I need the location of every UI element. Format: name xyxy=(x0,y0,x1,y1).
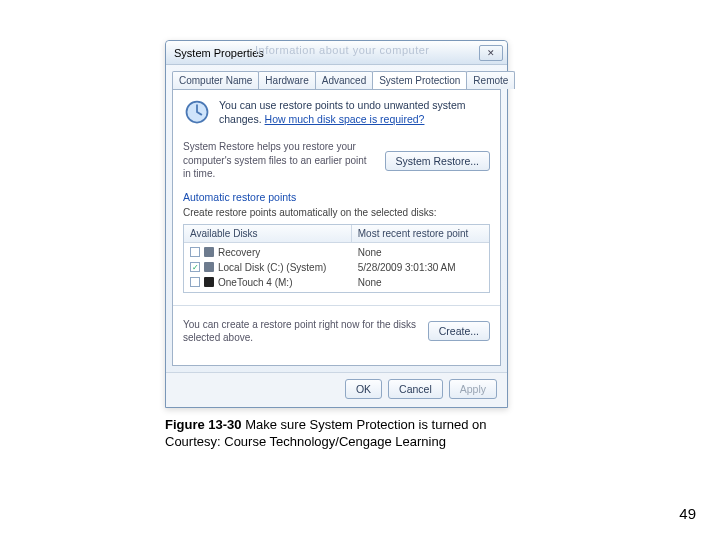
system-restore-button[interactable]: System Restore... xyxy=(385,151,490,171)
table-row[interactable]: OneTouch 4 (M:)None xyxy=(184,275,489,290)
create-restore-description: You can create a restore point right now… xyxy=(183,318,420,345)
drive-icon xyxy=(204,247,214,257)
apply-button[interactable]: Apply xyxy=(449,379,497,399)
titlebar-ghost-text: Information about your computer xyxy=(255,44,429,56)
tab-system-protection[interactable]: System Protection xyxy=(372,71,467,89)
col-available-disks: Available Disks xyxy=(184,225,352,242)
window-title: System Properties xyxy=(174,47,264,59)
info-text: You can use restore points to undo unwan… xyxy=(219,98,490,126)
tab-panel-system-protection: You can use restore points to undo unwan… xyxy=(172,89,501,366)
tab-strip: Computer Name Hardware Advanced System P… xyxy=(172,71,501,89)
titlebar[interactable]: System Properties Information about your… xyxy=(166,41,507,65)
disk-name: Local Disk (C:) (System) xyxy=(218,262,326,273)
disks-table: Available Disks Most recent restore poin… xyxy=(183,224,490,293)
page-number: 49 xyxy=(679,505,696,522)
drive-icon xyxy=(204,262,214,272)
disk-name: OneTouch 4 (M:) xyxy=(218,277,292,288)
drive-icon xyxy=(204,277,214,287)
close-icon: ✕ xyxy=(487,48,495,58)
cancel-button[interactable]: Cancel xyxy=(388,379,443,399)
tab-computer-name[interactable]: Computer Name xyxy=(172,71,259,89)
automatic-restore-subtext: Create restore points automatically on t… xyxy=(183,207,490,218)
tab-advanced[interactable]: Advanced xyxy=(315,71,373,89)
col-most-recent: Most recent restore point xyxy=(352,225,489,242)
disk-recent: None xyxy=(352,245,489,260)
restore-icon xyxy=(183,98,211,126)
table-row[interactable]: ✓Local Disk (C:) (System)5/28/2009 3:01:… xyxy=(184,260,489,275)
table-row[interactable]: RecoveryNone xyxy=(184,245,489,260)
disk-recent: None xyxy=(352,275,489,290)
tab-remote[interactable]: Remote xyxy=(466,71,515,89)
checkbox-icon[interactable] xyxy=(190,277,200,287)
disk-space-link[interactable]: How much disk space is required? xyxy=(265,113,425,125)
checkbox-icon[interactable] xyxy=(190,247,200,257)
close-button[interactable]: ✕ xyxy=(479,45,503,61)
separator xyxy=(173,305,500,306)
system-properties-dialog: System Properties Information about your… xyxy=(165,40,508,408)
automatic-restore-heading: Automatic restore points xyxy=(183,191,490,203)
disk-name: Recovery xyxy=(218,247,260,258)
checkbox-icon[interactable]: ✓ xyxy=(190,262,200,272)
disks-table-header: Available Disks Most recent restore poin… xyxy=(184,225,489,243)
ok-button[interactable]: OK xyxy=(345,379,382,399)
create-button[interactable]: Create... xyxy=(428,321,490,341)
disk-recent: 5/28/2009 3:01:30 AM xyxy=(352,260,489,275)
figure-caption: Figure 13-30 Make sure System Protection… xyxy=(165,416,555,451)
tab-hardware[interactable]: Hardware xyxy=(258,71,315,89)
dialog-buttons: OK Cancel Apply xyxy=(166,372,507,407)
system-restore-description: System Restore helps you restore your co… xyxy=(183,140,377,181)
